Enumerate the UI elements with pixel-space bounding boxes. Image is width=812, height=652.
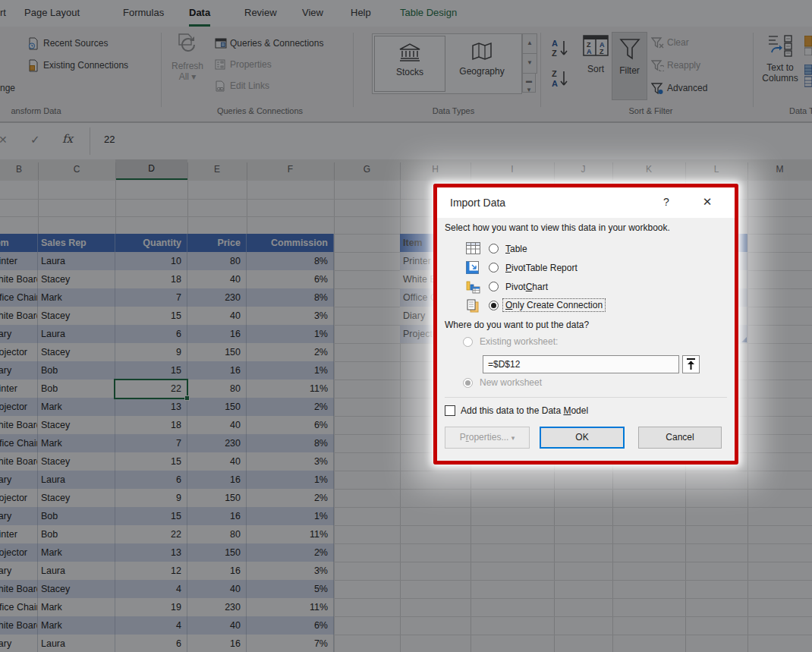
option-pivotchart[interactable]: PivotChart — [437, 279, 735, 298]
pivotchart-radio[interactable] — [489, 282, 499, 291]
existing-worksheet-radio — [463, 337, 473, 347]
properties-caret-icon: ▾ — [511, 434, 515, 442]
pivotchart-icon — [466, 280, 480, 295]
option-table[interactable]: Table — [437, 241, 735, 260]
collapse-dialog-button[interactable] — [682, 355, 700, 373]
only-create-connection-option-label: Only Create Connection — [503, 299, 605, 311]
excel-window: rtPage LayoutFormulasDataReviewViewHelpT… — [0, 0, 812, 652]
dialog-title-bar[interactable]: Import Data ? ✕ — [437, 187, 735, 218]
new-worksheet-radio — [463, 378, 473, 388]
only-create-connection-radio[interactable] — [489, 301, 499, 310]
data-model-label: Add this data to the Data Model — [461, 405, 588, 416]
dialog-help-button[interactable]: ? — [657, 196, 675, 208]
existing-worksheet-label: Existing worksheet: — [480, 336, 558, 347]
pivottable-icon — [466, 261, 480, 276]
option-only-create-connection[interactable]: Only Create Connection — [437, 298, 735, 317]
pivotchart-option-label: PivotChart — [505, 282, 548, 292]
new-worksheet-label: New worksheet — [480, 377, 542, 388]
table-radio[interactable] — [489, 244, 499, 254]
dialog-title: Import Data — [450, 197, 505, 209]
pivottable-radio[interactable] — [489, 263, 499, 272]
import-data-dialog: Import Data ? ✕ Select how you want to v… — [437, 187, 735, 461]
red-highlight-border: Import Data ? ✕ Select how you want to v… — [433, 184, 738, 465]
collapse-arrow-icon — [683, 356, 699, 373]
ok-button[interactable]: OK — [540, 427, 625, 449]
table-option-label: Table — [505, 244, 527, 254]
properties-button-dialog: Properties... ▾ — [445, 427, 530, 449]
dialog-separator — [445, 397, 727, 398]
dialog-close-button[interactable]: ✕ — [697, 195, 718, 209]
table-icon — [466, 242, 480, 257]
option-pivottable[interactable]: PivotTable Report — [437, 260, 735, 279]
dialog-intro-text: Select how you want to view this data in… — [445, 222, 670, 233]
where-question-text: Where do you want to put the data? — [445, 320, 589, 330]
reference-input: =$D$12 — [483, 355, 679, 373]
data-model-checkbox[interactable] — [445, 405, 455, 416]
cancel-button[interactable]: Cancel — [638, 427, 722, 449]
pivottable-option-label: PivotTable Report — [505, 263, 578, 273]
connection-pages-icon — [466, 299, 480, 313]
